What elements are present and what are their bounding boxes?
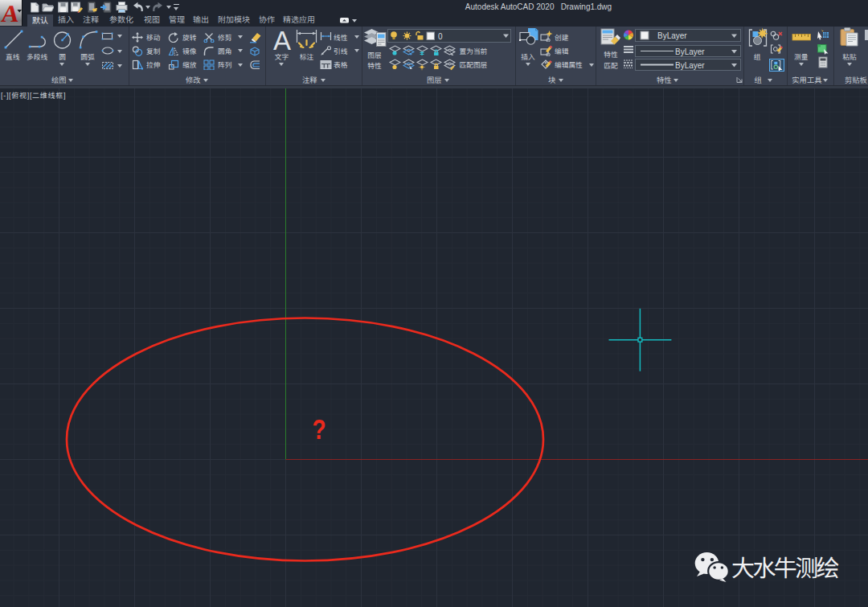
svg-text:ByLayer: ByLayer <box>657 31 687 40</box>
svg-text:ByLayer: ByLayer <box>675 61 705 70</box>
svg-text:?: ? <box>312 413 326 445</box>
svg-text:A: A <box>273 27 291 51</box>
svg-text:ByLayer: ByLayer <box>675 47 705 56</box>
svg-text:0: 0 <box>438 32 443 41</box>
